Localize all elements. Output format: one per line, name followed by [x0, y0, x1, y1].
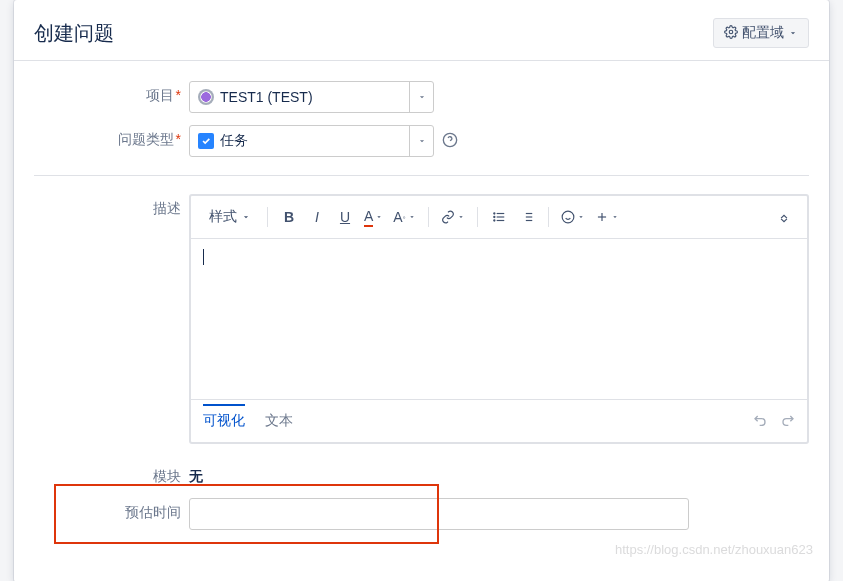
insert-more-button[interactable] — [591, 204, 623, 230]
dialog-header: 创建问题 配置域 — [14, 0, 829, 61]
estimate-row: 预估时间 — [34, 498, 809, 530]
project-select[interactable]: TEST1 (TEST) — [189, 81, 434, 113]
dialog-body: 项目 TEST1 (TEST) 问题类型 — [14, 61, 829, 581]
more-format-button[interactable]: A◦ — [389, 204, 419, 230]
bullet-list-button[interactable] — [486, 204, 512, 230]
editor-toolbar: 样式 B I U A A◦ — [191, 196, 807, 239]
project-label: 项目 — [34, 81, 189, 105]
bold-button[interactable]: B — [276, 204, 302, 230]
project-value: TEST1 (TEST) — [220, 89, 313, 105]
link-button[interactable] — [437, 204, 469, 230]
chevron-down-icon — [788, 25, 798, 41]
issuetype-select[interactable]: 任务 — [189, 125, 434, 157]
svg-point-7 — [493, 216, 494, 217]
collapse-toolbar-button[interactable] — [771, 204, 797, 230]
config-label: 配置域 — [742, 24, 784, 42]
module-value: 无 — [189, 462, 203, 486]
svg-point-0 — [729, 30, 733, 34]
tab-text[interactable]: 文本 — [265, 406, 293, 436]
help-icon[interactable] — [442, 132, 458, 151]
estimate-input[interactable] — [189, 498, 689, 530]
gear-icon — [724, 25, 738, 42]
description-textarea[interactable] — [191, 239, 807, 399]
project-avatar-icon — [198, 89, 214, 105]
underline-button[interactable]: U — [332, 204, 358, 230]
editor-footer: 可视化 文本 — [191, 399, 807, 442]
project-row: 项目 TEST1 (TEST) — [34, 81, 809, 113]
description-row: 描述 样式 B I U A A◦ — [34, 194, 809, 444]
text-color-button[interactable]: A — [360, 204, 387, 230]
numbered-list-button[interactable] — [514, 204, 540, 230]
undo-button[interactable] — [753, 412, 769, 431]
chevron-down-icon — [409, 82, 433, 112]
text-cursor — [203, 249, 204, 265]
emoji-button[interactable] — [557, 204, 589, 230]
redo-button[interactable] — [779, 412, 795, 431]
issuetype-row: 问题类型 任务 — [34, 125, 809, 157]
dialog-title: 创建问题 — [34, 20, 114, 47]
task-icon — [198, 133, 214, 149]
svg-point-6 — [493, 213, 494, 214]
style-dropdown[interactable]: 样式 — [201, 204, 259, 230]
issuetype-value: 任务 — [220, 132, 248, 150]
section-divider — [34, 175, 809, 176]
watermark-text: https://blog.csdn.net/zhouxuan623 — [615, 542, 813, 557]
module-label: 模块 — [34, 462, 189, 486]
module-row: 模块 无 — [34, 462, 809, 486]
description-label: 描述 — [34, 194, 189, 218]
tab-visual[interactable]: 可视化 — [203, 404, 245, 436]
configure-fields-button[interactable]: 配置域 — [713, 18, 809, 48]
chevron-down-icon — [409, 126, 433, 156]
estimate-label: 预估时间 — [34, 498, 189, 522]
rich-text-editor: 样式 B I U A A◦ — [189, 194, 809, 444]
issuetype-label: 问题类型 — [34, 125, 189, 149]
svg-point-12 — [562, 211, 574, 223]
svg-point-8 — [493, 220, 494, 221]
create-issue-dialog: 创建问题 配置域 项目 TEST1 (TEST) — [14, 0, 829, 581]
italic-button[interactable]: I — [304, 204, 330, 230]
